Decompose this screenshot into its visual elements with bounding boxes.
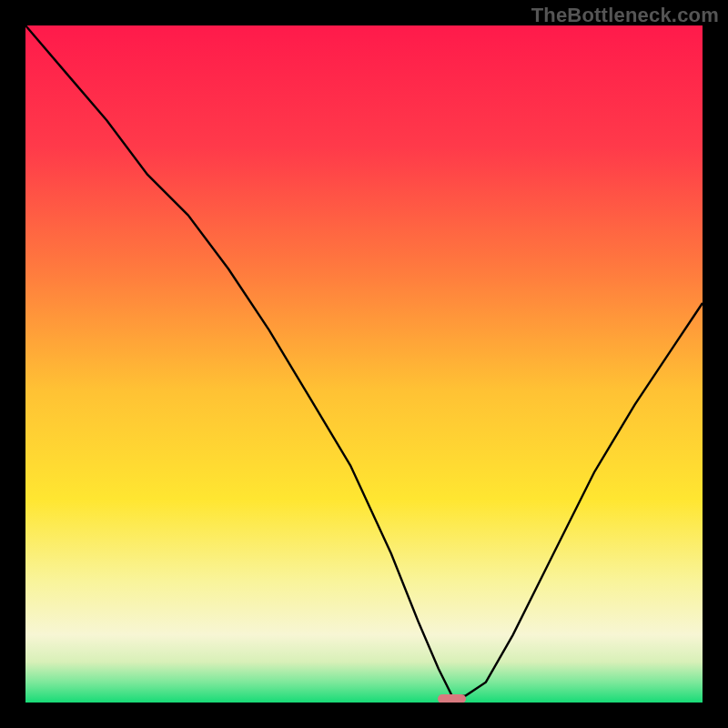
optimal-marker [438,694,466,703]
chart-frame: TheBottleneck.com [0,0,728,728]
plot-area [25,25,703,703]
bottleneck-curve [25,25,703,703]
watermark-text: TheBottleneck.com [531,4,719,27]
curve-path [25,25,703,696]
